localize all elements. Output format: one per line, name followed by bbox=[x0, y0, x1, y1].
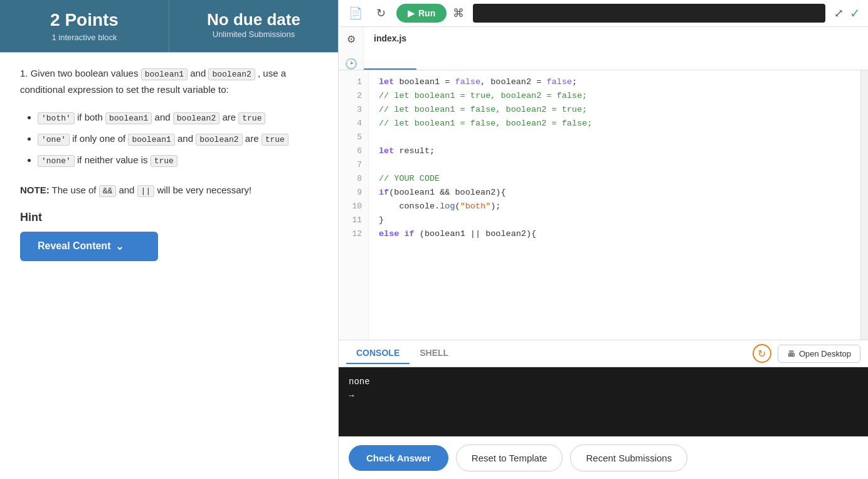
points-value: 2 Points bbox=[13, 10, 156, 30]
one-var1: boolean1 bbox=[128, 134, 174, 146]
both-true: true bbox=[238, 112, 265, 124]
line-num-6: 6 bbox=[339, 144, 368, 158]
console-section: CONSOLE SHELL ↻ 🖶 Open Desktop none → bbox=[339, 340, 868, 436]
run-button[interactable]: ▶ Run bbox=[396, 4, 447, 23]
code-editor: 1 2 3 4 5 6 7 8 9 10 11 12 let boolean1 … bbox=[339, 70, 868, 340]
bullet-both: 'both' if both boolean1 and boolean2 are… bbox=[38, 108, 318, 127]
console-output: none → bbox=[339, 367, 868, 436]
code-line-1: let boolean1 = false, boolean2 = false; bbox=[379, 75, 850, 89]
line-numbers: 1 2 3 4 5 6 7 8 9 10 11 12 bbox=[339, 70, 369, 340]
scroll-gutter bbox=[860, 70, 868, 340]
editor-toolbar: 📄 ↻ ▶ Run ⌘ ⤢ ✓ bbox=[339, 0, 868, 27]
note-text: NOTE: The use of && and || will be very … bbox=[20, 182, 318, 198]
none-true: true bbox=[151, 155, 177, 167]
problem-and-text: and bbox=[190, 68, 208, 78]
file-tabs-row: ⚙ 🕑 index.js bbox=[339, 27, 868, 70]
code-line-12: else if (boolean1 || boolean2){ bbox=[379, 227, 850, 241]
open-desktop-button[interactable]: 🖶 Open Desktop bbox=[778, 345, 860, 363]
bullet-one: 'one' if only one of boolean1 and boolea… bbox=[38, 129, 318, 148]
bullet-list: 'both' if both boolean1 and boolean2 are… bbox=[20, 108, 318, 170]
points-card: 2 Points 1 interactive block bbox=[0, 0, 169, 52]
code-line-6: let result; bbox=[379, 144, 850, 158]
both-are: are bbox=[222, 112, 238, 122]
recent-submissions-button[interactable]: Recent Submissions bbox=[570, 444, 687, 471]
line-num-7: 7 bbox=[339, 158, 368, 172]
line-num-11: 11 bbox=[339, 213, 368, 227]
none-code: 'none' bbox=[38, 155, 75, 167]
bullet-none: 'none' if neither value is true bbox=[38, 151, 318, 170]
both-text1: if both bbox=[77, 112, 105, 122]
due-date: No due date bbox=[182, 10, 326, 30]
clock-icon[interactable]: 🕑 bbox=[345, 58, 357, 70]
file-tab-indexjs[interactable]: index.js bbox=[364, 27, 416, 70]
bottom-bar: Check Answer Reset to Template Recent Su… bbox=[339, 436, 868, 479]
code-line-7 bbox=[379, 158, 850, 172]
op-and: && bbox=[99, 185, 117, 197]
right-panel: 📄 ↻ ▶ Run ⌘ ⤢ ✓ ⚙ 🕑 index.js 1 2 3 4 5 6 bbox=[339, 0, 868, 479]
title-bar bbox=[473, 4, 825, 23]
one-are: are bbox=[245, 133, 262, 144]
code-line-8: // YOUR CODE bbox=[379, 172, 850, 186]
console-toolbar: ↻ 🖶 Open Desktop bbox=[753, 344, 860, 363]
both-var1: boolean1 bbox=[105, 112, 152, 124]
hint-heading: Hint bbox=[20, 211, 318, 224]
console-line-2: → bbox=[349, 389, 858, 402]
file-icon[interactable]: 📄 bbox=[346, 4, 365, 23]
console-tabs: CONSOLE SHELL ↻ 🖶 Open Desktop bbox=[339, 340, 868, 367]
code-lines[interactable]: let boolean1 = false, boolean2 = false; … bbox=[369, 70, 860, 340]
side-icons-bar: ⚙ 🕑 bbox=[339, 27, 364, 70]
code-line-11: } bbox=[379, 213, 850, 227]
wifi-icon[interactable]: ⌘ bbox=[453, 6, 464, 20]
both-code: 'both' bbox=[38, 112, 75, 124]
code-line-9: if(boolean1 && boolean2){ bbox=[379, 186, 850, 200]
line-num-12: 12 bbox=[339, 227, 368, 241]
one-true: true bbox=[262, 134, 288, 146]
op-or: || bbox=[137, 185, 155, 197]
line-num-5: 5 bbox=[339, 131, 368, 144]
code-line-2: // let boolean1 = true, boolean2 = false… bbox=[379, 89, 850, 103]
one-var2: boolean2 bbox=[196, 134, 242, 146]
line-num-2: 2 bbox=[339, 89, 368, 103]
line-num-1: 1 bbox=[339, 75, 368, 89]
due-card: No due date Unlimited Submissions bbox=[169, 0, 338, 52]
run-label: Run bbox=[418, 8, 435, 18]
problem-intro-text: 1. Given two boolean values bbox=[20, 68, 141, 78]
chevron-down-icon: ⌄ bbox=[115, 240, 124, 252]
tab-shell[interactable]: SHELL bbox=[410, 343, 458, 364]
code-line-5 bbox=[379, 131, 850, 144]
line-num-10: 10 bbox=[339, 200, 368, 213]
undo-icon[interactable]: ↻ bbox=[371, 4, 390, 23]
expand-icon[interactable]: ⤢ bbox=[834, 6, 844, 20]
note-bold: NOTE: bbox=[20, 185, 50, 195]
editor-main: 1 2 3 4 5 6 7 8 9 10 11 12 let boolean1 … bbox=[339, 70, 868, 340]
left-panel: 2 Points 1 interactive block No due date… bbox=[0, 0, 339, 479]
submissions-label: Unlimited Submissions bbox=[182, 30, 326, 39]
settings-icon[interactable]: ⚙ bbox=[347, 33, 356, 45]
line-num-8: 8 bbox=[339, 172, 368, 186]
desktop-icon: 🖶 bbox=[787, 349, 795, 358]
run-play-icon: ▶ bbox=[408, 8, 415, 18]
console-line-1: none bbox=[349, 375, 858, 389]
check-circle-icon[interactable]: ✓ bbox=[850, 6, 860, 21]
code-line-10: console.log("both"); bbox=[379, 200, 850, 213]
reveal-content-button[interactable]: Reveal Content ⌄ bbox=[20, 232, 158, 261]
interactive-label: 1 interactive block bbox=[13, 33, 156, 42]
code-line-3: // let boolean1 = false, boolean2 = true… bbox=[379, 103, 850, 117]
both-var2: boolean2 bbox=[173, 112, 220, 124]
note-and: and bbox=[119, 185, 137, 195]
note-end: will be very necessary! bbox=[157, 185, 251, 195]
reset-template-button[interactable]: Reset to Template bbox=[456, 444, 563, 471]
reveal-label: Reveal Content bbox=[38, 240, 110, 252]
check-answer-button[interactable]: Check Answer bbox=[349, 445, 448, 471]
note-body: The use of bbox=[52, 185, 99, 195]
var1-code: boolean1 bbox=[141, 68, 188, 80]
tab-console[interactable]: CONSOLE bbox=[346, 343, 410, 364]
refresh-button[interactable]: ↻ bbox=[753, 344, 771, 363]
one-and: and bbox=[177, 133, 196, 144]
problem-content: 1. Given two boolean values boolean1 and… bbox=[0, 65, 338, 261]
one-code: 'one' bbox=[38, 134, 70, 146]
one-text: if only one of bbox=[72, 133, 128, 144]
code-line-4: // let boolean1 = false, boolean2 = fals… bbox=[379, 117, 850, 131]
both-and: and bbox=[155, 112, 173, 122]
var2-code: boolean2 bbox=[208, 68, 255, 80]
